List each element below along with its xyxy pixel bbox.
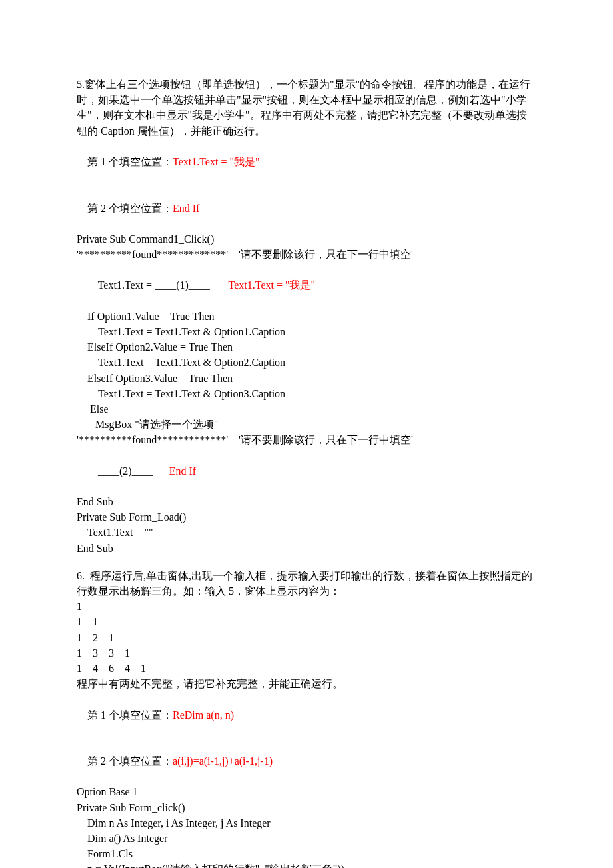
code-line: Text1.Text = Text1.Text & Option3.Captio… [77, 386, 536, 401]
q5-description: 5.窗体上有三个选项按钮（即单选按钮），一个标题为"显示"的命令按钮。程序的功能… [77, 77, 536, 139]
document-page: 5.窗体上有三个选项按钮（即单选按钮），一个标题为"显示"的命令按钮。程序的功能… [0, 0, 613, 868]
q5-blank2-answer: End If [173, 203, 199, 214]
code-line: Text1.Text = Text1.Text & Option1.Captio… [77, 324, 536, 339]
code-line: ElseIf Option3.Value = True Then [77, 371, 536, 386]
code-line: ElseIf Option2.Value = True Then [77, 339, 536, 355]
code-line: Private Sub Command1_Click() [77, 231, 536, 247]
q6-description2: 程序中有两处不完整，请把它补充完整，并能正确运行。 [77, 676, 536, 691]
code-line: ____(2)____ End If [77, 448, 536, 495]
q6-blank1: 第 1 个填空位置：ReDim a(n, n) [77, 691, 536, 738]
q6-blank1-answer: ReDim a(n, n) [173, 709, 234, 721]
q5-blank2: 第 2 个填空位置：End If [77, 185, 536, 231]
code-text: ____(2)____ [87, 465, 153, 477]
q5-blank1-answer: Text1.Text = "我是" [173, 156, 260, 167]
code-line: Text1.Text = "" [77, 525, 536, 540]
answer-inline: End If [169, 465, 196, 477]
code-line: Else [77, 401, 536, 417]
q6-blank2-label: 第 2 个填空位置： [87, 755, 173, 767]
code-line: n = Val(InputBox("请输入打印的行数", "输出杨辉三角")) [77, 861, 536, 868]
triangle-row: 1 2 1 [77, 630, 536, 645]
code-line: Private Sub Form_click() [77, 800, 536, 815]
code-line: Option Base 1 [77, 784, 536, 799]
code-line: Form1.Cls [77, 846, 536, 861]
triangle-row: 1 [77, 599, 536, 614]
spacer [77, 556, 536, 568]
q5-blank1-label: 第 1 个填空位置： [87, 156, 173, 167]
code-line: MsgBox "请选择一个选项" [77, 417, 536, 432]
code-line: Dim n As Integer, i As Integer, j As Int… [77, 815, 536, 831]
code-line: Text1.Text = Text1.Text & Option2.Captio… [77, 355, 536, 370]
code-line: '**********found*************' '请不要删除该行，… [77, 247, 536, 262]
code-line: Private Sub Form_Load() [77, 509, 536, 525]
code-line: Dim a() As Integer [77, 831, 536, 846]
answer-inline: Text1.Text = "我是" [229, 279, 316, 291]
q5-blank2-label: 第 2 个填空位置： [87, 203, 173, 214]
triangle-row: 1 3 3 1 [77, 645, 536, 661]
q6-blank2-answer: a(i,j)=a(i-1,j)+a(i-1,j-1) [173, 755, 273, 767]
code-line: End Sub [77, 494, 536, 509]
code-line: '**********found*************' '请不要删除该行，… [77, 432, 536, 447]
code-line: If Option1.Value = True Then [77, 309, 536, 324]
code-text: Text1.Text = ____(1)____ [87, 279, 210, 291]
q5-blank1: 第 1 个填空位置：Text1.Text = "我是" [77, 139, 536, 185]
q6-description: 6. 程序运行后,单击窗体,出现一个输入框，提示输入要打印输出的行数，接着在窗体… [77, 568, 536, 599]
triangle-row: 1 1 [77, 614, 536, 629]
code-line: End Sub [77, 541, 536, 556]
q6-blank2: 第 2 个填空位置：a(i,j)=a(i-1,j)+a(i-1,j-1) [77, 738, 536, 785]
q6-blank1-label: 第 1 个填空位置： [87, 709, 173, 721]
triangle-row: 1 4 6 4 1 [77, 661, 536, 676]
code-line: Text1.Text = ____(1)____ Text1.Text = "我… [77, 262, 536, 309]
